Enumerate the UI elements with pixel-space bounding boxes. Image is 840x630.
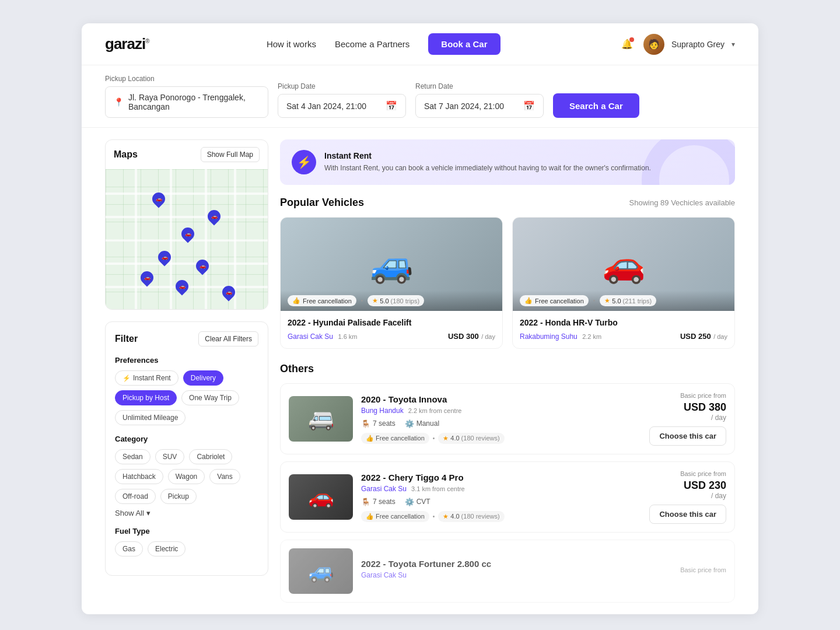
filter-tag-sedan[interactable]: Sedan <box>115 449 150 464</box>
calendar-icon-return: 📅 <box>523 100 535 111</box>
return-date-input[interactable]: Sat 7 Jan 2024, 21:00 📅 <box>415 94 544 118</box>
list-item-fortuner[interactable]: 🚙 2022 - Toyota Fortuner 2.800 cc Garasi… <box>280 540 735 603</box>
price-value: USD 230 <box>649 480 726 492</box>
provider-distance: 3.1 km from centre <box>411 485 465 492</box>
user-area: 🔔 🧑 Suprapto Grey ▾ <box>618 34 735 55</box>
rating-badge: ★ 5.0 (211 trips) <box>600 295 656 306</box>
filter-tag-pickup-by-host[interactable]: Pickup by Host <box>115 390 177 405</box>
notification-dot <box>629 37 634 42</box>
map-road <box>106 262 268 265</box>
car-card-hrv[interactable]: 🚗 👍 Free cancellation • ★ 5.0 (211 trips… <box>512 217 735 349</box>
price-value: USD 380 <box>649 401 726 414</box>
list-item-tiggo[interactable]: 🚗 2022 - Chery Tiggo 4 Pro Garasi Cak Su… <box>280 461 735 533</box>
clear-all-filters-button[interactable]: Clear All Filters <box>198 331 258 346</box>
return-date-label: Return Date <box>415 82 544 90</box>
filter-tag-electric[interactable]: Electric <box>148 541 186 556</box>
show-full-map-button[interactable]: Show Full Map <box>201 147 260 162</box>
provider-link[interactable]: Bung Handuk <box>361 407 404 415</box>
car-thumbnail-innova: 🚐 <box>289 396 353 442</box>
filter-tag-hatchback[interactable]: Hatchback <box>115 469 163 484</box>
pickup-date-input[interactable]: Sat 4 Jan 2024, 21:00 📅 <box>278 94 406 118</box>
provider-info: Garasi Cak Su <box>361 571 672 579</box>
provider-link[interactable]: Rakabuming Suhu <box>520 332 578 341</box>
calendar-icon: 📅 <box>386 100 397 111</box>
thumbs-up-icon: 👍 <box>366 435 374 442</box>
car-image-palisade: 🚙 👍 Free cancellation • ★ 5.0 (180 trips… <box>281 218 502 311</box>
free-cancellation-badge: 👍 Free cancellation <box>520 295 589 306</box>
free-cancellation-badge: 👍 Free cancellation <box>361 511 429 522</box>
filter-tag-cabriolet[interactable]: Cabriolet <box>189 449 232 464</box>
price-unit: / day <box>649 492 726 500</box>
rating-badge: ★ 4.0 (180 reviews) <box>438 433 504 444</box>
price-label: Basic price from <box>649 392 726 399</box>
notification-icon[interactable]: 🔔 <box>618 35 636 54</box>
car-overlay: 👍 Free cancellation • ★ 5.0 (180 trips) <box>281 290 502 311</box>
filter-tag-gas[interactable]: Gas <box>115 541 143 556</box>
transmission-icon: ⚙️ <box>405 419 414 428</box>
filter-tag-one-way-trip[interactable]: One Way Trip <box>181 390 239 405</box>
pickup-location-input[interactable]: 📍 Jl. Raya Ponorogo - Trenggalek, Bancan… <box>105 86 268 118</box>
transmission-spec: ⚙️ Manual <box>405 419 439 428</box>
star-icon: ★ <box>604 297 610 304</box>
show-all-button[interactable]: Show All ▾ <box>115 509 150 517</box>
pickup-location-value: Jl. Raya Ponorogo - Trenggalek, Bancanga… <box>128 93 260 111</box>
transmission-spec: ⚙️ CVT <box>405 498 430 506</box>
seats-spec: 🪑 7 seats <box>361 498 396 506</box>
price-unit: / day <box>713 333 727 340</box>
dot-separator: • <box>433 435 435 442</box>
filter-tag-off-road[interactable]: Off-road <box>115 489 156 504</box>
map-road <box>106 216 268 218</box>
instant-rent-title: Instant Rent <box>324 151 651 160</box>
provider-distance: 1.6 km <box>338 333 357 340</box>
filter-tag-instant-rent[interactable]: ⚡ Instant Rent <box>115 370 178 386</box>
filter-tag-vans[interactable]: Vans <box>209 469 240 484</box>
others-car-list: 🚐 2020 - Toyota Innova Bung Handuk 2.2 k… <box>280 383 735 603</box>
seats-icon: 🪑 <box>361 419 370 428</box>
star-icon: ★ <box>372 297 378 304</box>
popular-vehicles-grid: 🚙 👍 Free cancellation • ★ 5.0 (180 trips… <box>280 217 735 349</box>
thumbs-up-icon: 👍 <box>292 297 300 304</box>
chevron-down-icon[interactable]: ▾ <box>732 40 735 48</box>
filter-tag-pickup[interactable]: Pickup <box>160 489 197 504</box>
seats-icon: 🪑 <box>361 498 370 506</box>
filter-tag-delivery[interactable]: Delivery <box>183 370 223 386</box>
car-name: 2020 - Toyota Innova <box>361 394 641 404</box>
filter-tag-unlimited-mileage[interactable]: Unlimited Mileage <box>115 410 186 425</box>
car-badges: 👍 Free cancellation • ★ 4.0 (180 reviews… <box>361 511 641 522</box>
avatar: 🧑 <box>643 34 664 55</box>
price-unit: / day <box>649 414 726 422</box>
provider-link[interactable]: Garasi Cak Su <box>361 485 407 493</box>
fuel-tags: Gas Electric <box>115 541 258 556</box>
map-road <box>205 169 207 309</box>
book-car-button[interactable]: Book a Car <box>428 33 500 55</box>
car-badges: 👍 Free cancellation • ★ 4.0 (180 reviews… <box>361 433 641 444</box>
provider-link[interactable]: Garasi Cak Su <box>288 332 333 341</box>
provider-link[interactable]: Garasi Cak Su <box>361 571 407 579</box>
vehicles-count: Showing 89 Vechicles available <box>629 198 735 207</box>
star-icon: ★ <box>443 513 449 520</box>
car-card-palisade[interactable]: 🚙 👍 Free cancellation • ★ 5.0 (180 trips… <box>280 217 503 349</box>
car-info: 2022 - Hyundai Palisade Facelift Garasi … <box>281 311 502 348</box>
list-item-innova[interactable]: 🚐 2020 - Toyota Innova Bung Handuk 2.2 k… <box>280 383 735 454</box>
lightning-icon: ⚡ <box>123 374 131 382</box>
price-unit: / day <box>481 333 495 340</box>
page-container: garazi® How it works Become a Partners B… <box>82 23 758 614</box>
car-provider-row: Rakabuming Suhu 2.2 km USD 250 / day <box>520 331 727 341</box>
car-info: 2022 - Honda HR-V Turbo Rakabuming Suhu … <box>513 311 734 348</box>
choose-car-button[interactable]: Choose this car <box>649 426 726 446</box>
filter-tag-wagon[interactable]: Wagon <box>168 469 205 484</box>
car-price-block: Basic price from USD 380 / day Choose th… <box>649 392 726 446</box>
nav: How it works Become a Partners Book a Ca… <box>267 33 501 55</box>
filter-tag-suv[interactable]: SUV <box>155 449 185 464</box>
map-placeholder <box>106 169 268 309</box>
car-price: USD 250 <box>680 332 711 341</box>
nav-become-partners[interactable]: Become a Partners <box>335 39 410 49</box>
nav-how-it-works[interactable]: How it works <box>267 39 316 49</box>
map-road <box>106 192 268 195</box>
chevron-down-icon: ▾ <box>146 509 150 517</box>
pickup-location-label: Pickup Location <box>105 75 268 83</box>
car-provider-row: Garasi Cak Su 1.6 km USD 300 / day <box>288 331 495 341</box>
preferences-title: Preferences <box>115 356 258 365</box>
search-car-button[interactable]: Search a Car <box>553 93 639 118</box>
choose-car-button[interactable]: Choose this car <box>649 505 726 524</box>
